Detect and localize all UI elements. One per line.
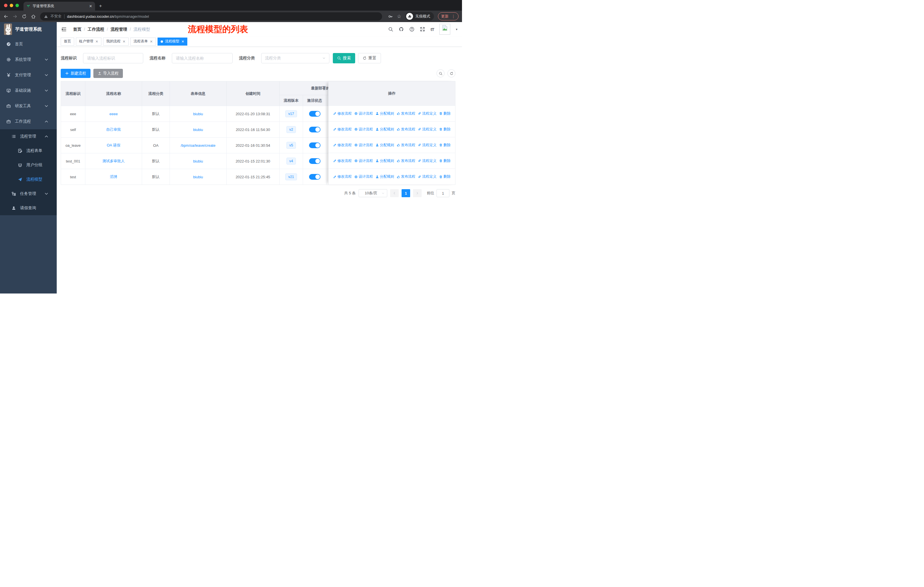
refresh-table-button[interactable] (447, 69, 455, 78)
action-设计流程[interactable]: 设计流程 (354, 127, 373, 132)
url-bar[interactable]: 不安全 dashboard.yudao.iocoder.cn/bpm/manag… (40, 12, 382, 21)
reset-button[interactable]: 重置 (358, 53, 381, 63)
action-流程定义[interactable]: 流程定义 (418, 127, 437, 132)
breadcrumb-item-流程管理[interactable]: 流程管理 (111, 26, 127, 32)
process-name-link[interactable]: OA 请假 (107, 143, 120, 148)
action-流程定义[interactable]: 流程定义 (418, 159, 437, 164)
form-info-link[interactable]: biubiu (193, 175, 203, 179)
process-name-link[interactable]: 滔博 (110, 174, 117, 179)
action-发布流程[interactable]: 发布流程 (397, 127, 415, 132)
avatar[interactable] (439, 24, 450, 35)
action-修改流程[interactable]: 修改流程 (333, 174, 352, 179)
version-badge[interactable]: v2 (286, 126, 296, 133)
action-设计流程[interactable]: 设计流程 (354, 143, 373, 147)
page-size-select[interactable]: 10条/页 (359, 189, 387, 197)
fullscreen-icon[interactable] (420, 26, 425, 32)
create-process-button[interactable]: 新建流程 (61, 69, 91, 78)
sidebar-item-首页[interactable]: 首页 (0, 36, 57, 52)
tag-首页[interactable]: 首页 (61, 38, 74, 46)
action-删除[interactable]: 删除 (439, 174, 450, 179)
password-key-icon[interactable] (388, 14, 393, 19)
action-修改流程[interactable]: 修改流程 (333, 143, 352, 147)
process-name-link[interactable]: 测试多审批人 (102, 159, 125, 164)
current-page-button[interactable]: 1 (402, 189, 410, 197)
forward-icon[interactable] (13, 14, 18, 19)
action-删除[interactable]: 删除 (439, 127, 450, 132)
action-删除[interactable]: 删除 (439, 159, 450, 164)
goto-page-input[interactable] (437, 189, 449, 197)
process-name-link[interactable]: eeee (109, 112, 118, 116)
version-badge[interactable]: v21 (285, 174, 297, 180)
form-info-link[interactable]: biubiu (193, 159, 203, 164)
sidebar-item-支付管理[interactable]: 支付管理 (0, 67, 57, 83)
action-流程定义[interactable]: 流程定义 (418, 143, 437, 147)
sidebar-item-流程表单[interactable]: 流程表单 (0, 144, 57, 158)
avatar-caret-down-icon[interactable]: ▾ (456, 28, 457, 31)
tag-流程表单[interactable]: 流程表单✕ (130, 38, 156, 46)
show-search-button[interactable] (437, 69, 444, 78)
help-icon[interactable] (409, 26, 414, 32)
active-toggle[interactable] (309, 174, 320, 180)
action-删除[interactable]: 删除 (439, 111, 450, 116)
tag-close-icon[interactable]: ✕ (96, 40, 98, 43)
tag-close-icon[interactable]: ✕ (150, 40, 153, 43)
action-修改流程[interactable]: 修改流程 (333, 111, 352, 116)
bookmark-star-icon[interactable]: ☆ (397, 13, 401, 20)
version-badge[interactable]: v5 (286, 142, 296, 149)
form-info-link[interactable]: /bpm/oa/leave/create (181, 143, 215, 147)
not-secure-label[interactable]: 不安全 (50, 14, 61, 19)
action-发布流程[interactable]: 发布流程 (397, 159, 415, 164)
action-设计流程[interactable]: 设计流程 (354, 174, 373, 179)
back-icon[interactable] (3, 14, 8, 19)
action-删除[interactable]: 删除 (439, 143, 450, 147)
action-分配规则[interactable]: 分配规则 (376, 111, 394, 116)
sidebar-collapse-icon[interactable] (61, 26, 67, 32)
new-tab-button[interactable]: + (99, 3, 102, 9)
update-chip[interactable]: 更新 ⋮ (438, 12, 459, 20)
next-page-button[interactable] (413, 189, 422, 197)
action-分配规则[interactable]: 分配规则 (376, 159, 394, 164)
sidebar-item-基础设施[interactable]: 基础设施 (0, 83, 57, 98)
breadcrumb-item-工作流程[interactable]: 工作流程 (87, 26, 104, 32)
filter-name-input[interactable] (172, 53, 233, 63)
sidebar-item-流程模型[interactable]: 流程模型 (0, 172, 57, 187)
prev-page-button[interactable] (390, 189, 399, 197)
import-process-button[interactable]: 导入流程 (93, 69, 123, 78)
tag-close-icon[interactable]: ✕ (122, 40, 125, 43)
sidebar-item-流程管理[interactable]: 流程管理 (0, 129, 57, 144)
url-text[interactable]: dashboard.yudao.iocoder.cn/bpm/manager/m… (67, 14, 149, 19)
github-icon[interactable] (399, 26, 404, 32)
sidebar-item-工作流程[interactable]: 工作流程 (0, 114, 57, 129)
tag-流程模型[interactable]: 流程模型✕ (158, 38, 187, 46)
form-info-link[interactable]: biubiu (193, 127, 203, 132)
form-info-link[interactable]: biubiu (193, 112, 203, 116)
action-流程定义[interactable]: 流程定义 (418, 111, 437, 116)
home-icon[interactable] (31, 14, 36, 19)
font-size-icon[interactable]: tT (431, 27, 434, 32)
reload-icon[interactable] (22, 14, 26, 19)
filter-key-input[interactable] (83, 53, 143, 63)
tag-我的流程[interactable]: 我的流程✕ (103, 38, 129, 46)
action-发布流程[interactable]: 发布流程 (397, 111, 415, 116)
sidebar-item-研发工具[interactable]: 研发工具 (0, 98, 57, 114)
action-设计流程[interactable]: 设计流程 (354, 111, 373, 116)
browser-menu-icon[interactable]: ⋮ (451, 14, 455, 19)
update-label[interactable]: 更新 (441, 14, 449, 19)
sidebar-item-用户分组[interactable]: 用户分组 (0, 158, 57, 172)
filter-category-select[interactable]: 流程分类 (261, 53, 329, 63)
action-修改流程[interactable]: 修改流程 (333, 159, 352, 164)
action-分配规则[interactable]: 分配规则 (376, 127, 394, 132)
action-流程定义[interactable]: 流程定义 (418, 174, 437, 179)
browser-tab[interactable]: 芋道管理系统 ✕ (23, 2, 95, 11)
tag-close-icon[interactable]: ✕ (181, 40, 184, 43)
window-close-button[interactable] (4, 4, 7, 7)
sidebar-item-任务管理[interactable]: 任务管理 (0, 187, 57, 201)
action-设计流程[interactable]: 设计流程 (354, 159, 373, 164)
header-search-icon[interactable] (388, 26, 393, 32)
action-发布流程[interactable]: 发布流程 (397, 143, 415, 147)
action-修改流程[interactable]: 修改流程 (333, 127, 352, 132)
tag-租户管理[interactable]: 租户管理✕ (76, 38, 101, 46)
process-name-link[interactable]: 自己审批 (106, 127, 121, 132)
window-minimize-button[interactable] (10, 4, 13, 7)
tab-close-icon[interactable]: ✕ (89, 4, 92, 8)
